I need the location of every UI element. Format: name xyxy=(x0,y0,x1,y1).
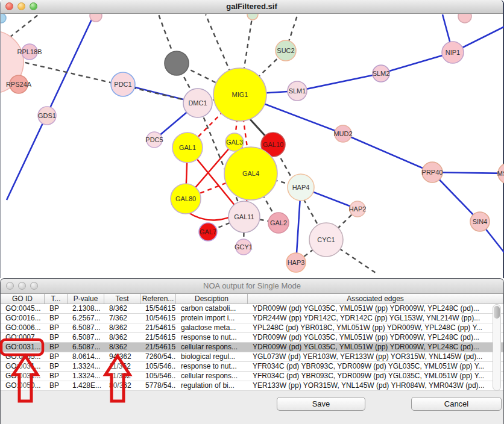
cell-description: biological regul... xyxy=(176,352,248,361)
cell-description: cellular respons... xyxy=(176,372,248,381)
cell-go_id: GO:0031... xyxy=(1,372,45,381)
node-label-GAL4: GAL4 xyxy=(242,170,259,177)
cell-p_value: 2.1308... xyxy=(68,304,104,313)
table-row[interactable]: GO:0016...BP6.2567...7/36210/54615protei… xyxy=(1,314,503,323)
minimize-button[interactable] xyxy=(17,2,25,10)
cell-associated_edges: YER133W (pp) YOR315W, YNL145W (pd) YHR08… xyxy=(248,381,503,390)
cell-test: 8/362 xyxy=(104,343,140,352)
cell-associated_edges: YFR034C (pd) YBR093C, YDR009W (pd) YGL03… xyxy=(248,372,503,381)
network-window: RPL18BRPS24AGDS1PDC1DMC1MIG1SUC2SLM1SLM2… xyxy=(0,0,504,278)
node-gray-node[interactable] xyxy=(165,51,189,75)
network-edge xyxy=(10,14,39,37)
noa-minimize-button[interactable] xyxy=(18,282,26,290)
noa-table-body: GO:0045...BP2.1308...8/36215/54615carbon… xyxy=(1,304,503,391)
zoom-button[interactable] xyxy=(30,2,37,10)
node-label-MUD2: MUD2 xyxy=(333,130,352,137)
cell-reference: 7260/54... xyxy=(140,352,176,361)
table-scrollbar[interactable] xyxy=(493,304,501,391)
scrollbar-thumb[interactable] xyxy=(494,306,500,319)
column-header-0[interactable]: GO ID xyxy=(1,294,45,304)
cell-description: carbon cataboli... xyxy=(176,304,248,313)
cell-description: response to nut... xyxy=(176,333,248,342)
node-label-CYC1: CYC1 xyxy=(317,236,335,243)
cell-p_value: 6.5087... xyxy=(68,323,104,332)
cell-test: 7/362 xyxy=(104,314,140,323)
cell-go_id: GO:0007... xyxy=(1,333,45,342)
cell-test: 8/362 xyxy=(104,333,140,342)
column-header-2[interactable]: P-value xyxy=(68,294,104,304)
table-row[interactable]: GO:0007...BP6.5087...8/36221/54615respon… xyxy=(1,333,503,343)
cell-description: response to nut... xyxy=(176,362,248,371)
noa-window-title: NOA output for Single Mode xyxy=(1,279,503,293)
cell-type: BP xyxy=(45,314,68,323)
column-header-6[interactable]: Associated edges xyxy=(248,294,503,304)
node-cut-blue[interactable] xyxy=(1,13,6,23)
column-header-1[interactable]: T... xyxy=(45,294,68,304)
column-header-5[interactable]: Desciption xyxy=(176,294,248,304)
cell-description: cellular respons... xyxy=(176,343,248,352)
node-label-SIN4: SIN4 xyxy=(473,218,487,225)
cell-description: galactose meta... xyxy=(176,323,248,332)
node-label-HAP3: HAP3 xyxy=(288,259,305,266)
table-row[interactable]: GO:0050...BP1.428E...80/3625778/54...reg… xyxy=(1,381,503,391)
network-canvas[interactable]: RPL18BRPS24AGDS1PDC1DMC1MIG1SUC2SLM1SLM2… xyxy=(1,0,504,278)
cell-test: 11/362 xyxy=(104,372,140,381)
cell-test: 8/362 xyxy=(104,323,140,332)
table-row[interactable]: GO:0031...BP1.3324...11/362105/546...res… xyxy=(1,362,503,372)
node-label-DMC1: DMC1 xyxy=(188,99,207,107)
button-bar: Save Cancel xyxy=(1,391,503,424)
cell-go_id: GO:0006... xyxy=(1,323,45,332)
node-label-NIP1: NIP1 xyxy=(446,49,460,56)
save-button[interactable]: Save xyxy=(277,397,365,411)
noa-table-header: GO IDT...P-valueTestReferen...Desciption… xyxy=(1,294,503,304)
node-label-GAL11: GAL11 xyxy=(234,213,254,220)
cell-test: 8/362 xyxy=(104,304,140,313)
cell-type: BP xyxy=(45,304,68,313)
cell-reference: 21/54615 xyxy=(140,343,176,352)
network-titlebar[interactable]: galFiltered.sif xyxy=(1,0,503,14)
cell-go_id: GO:0016... xyxy=(1,314,45,323)
cell-p_value: 6.5087... xyxy=(68,343,104,352)
window-title: galFiltered.sif xyxy=(1,0,503,13)
column-header-3[interactable]: Test xyxy=(104,294,140,304)
table-row[interactable]: GO:0045...BP2.1308...8/36215/54615carbon… xyxy=(1,304,503,314)
close-button[interactable] xyxy=(5,2,13,10)
cell-associated_edges: YPL248C (pd) YBR018C, YML051W (pp) YDR00… xyxy=(248,323,503,332)
table-row[interactable]: GO:0031...BP6.5087...8/36221/54615cellul… xyxy=(1,343,503,352)
noa-titlebar[interactable]: NOA output for Single Mode xyxy=(1,279,503,294)
cell-type: BP xyxy=(45,372,68,381)
network-edge xyxy=(432,172,504,173)
cell-p_value: 6.5087... xyxy=(68,333,104,342)
node-label-HAP4: HAP4 xyxy=(292,184,310,191)
node-label-PDC5: PDC5 xyxy=(145,136,163,143)
cell-type: BP xyxy=(45,381,68,390)
node-label-MIG1: MIG1 xyxy=(232,91,248,98)
cancel-button[interactable]: Cancel xyxy=(411,397,502,411)
node-label-HAP2: HAP2 xyxy=(349,205,367,213)
noa-zoom-button[interactable] xyxy=(30,282,38,290)
node-label-GAL10: GAL10 xyxy=(263,141,283,148)
table-row[interactable]: GO:0065...BP8.0614...94/3627260/54...bio… xyxy=(1,352,503,362)
table-row[interactable]: GO:0006...BP6.5087...8/36221/54615galact… xyxy=(1,323,503,333)
cell-description: regulation of bi... xyxy=(176,381,248,390)
cell-description: protein import i... xyxy=(176,314,248,323)
noa-close-button[interactable] xyxy=(6,282,14,290)
cell-test: 80/362 xyxy=(104,381,140,390)
node-label-GAL1: GAL1 xyxy=(179,144,196,151)
column-header-4[interactable]: Referen... xyxy=(140,294,176,304)
noa-window: NOA output for Single Mode GO IDT...P-va… xyxy=(0,278,504,424)
node-label-SLM2: SLM2 xyxy=(373,70,390,77)
cell-p_value: 1.3324... xyxy=(68,372,104,381)
cell-test: 94/362 xyxy=(104,352,140,361)
network-edge xyxy=(343,134,432,172)
cell-type: BP xyxy=(45,362,68,371)
node-label-GAL7: GAL7 xyxy=(200,228,216,235)
cell-p_value: 6.2567... xyxy=(68,314,104,323)
table-row[interactable]: GO:0031...BP1.3324...11/362105/546...cel… xyxy=(1,372,503,381)
cell-associated_edges: YFR034C (pd) YBR093C, YDR009W (pd) YGL03… xyxy=(248,362,503,371)
node-label-RPS24A: RPS24A xyxy=(6,81,32,88)
cell-type: BP xyxy=(45,352,68,361)
cell-associated_edges: YDR009W (pd) YGL035C, YML051W (pp) YDR00… xyxy=(248,343,503,352)
cell-p_value: 1.3324... xyxy=(68,362,104,371)
node-label-GCY1: GCY1 xyxy=(235,243,253,251)
